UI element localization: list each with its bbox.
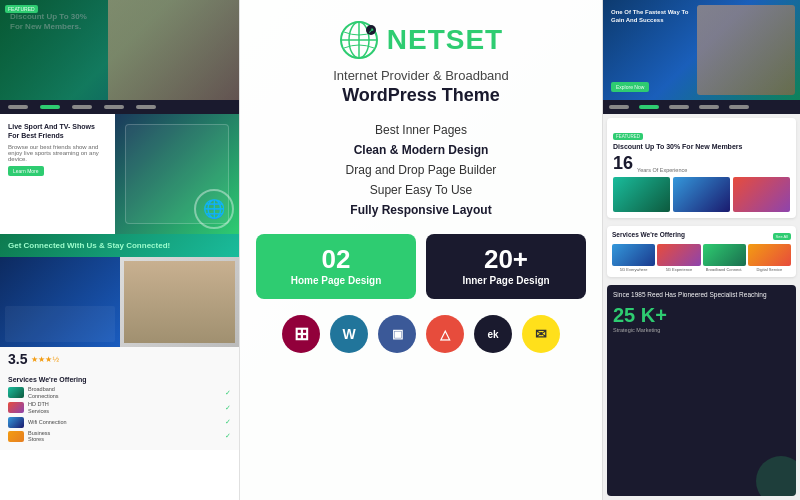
stat-label-inner: Inner Page Design <box>462 274 549 287</box>
left-hero-image: Discount Up To 30% For New Members. <box>0 0 239 100</box>
left-middle-section: FEATURED Live Sport And TV- Shows For Be… <box>0 114 239 234</box>
banner-highlight: Connected! <box>126 241 170 250</box>
left-nav-bar <box>0 100 239 114</box>
right-big-num: 16 <box>613 153 633 174</box>
left-card-text: FEATURED Live Sport And TV- Shows For Be… <box>0 114 115 234</box>
logo-area: ↗ NETSET <box>339 20 503 60</box>
right-svc-label-3: Broadband Connect. <box>706 267 743 272</box>
card-title: Live Sport And TV- Shows For Best Friend… <box>8 122 107 140</box>
nav-dot-4 <box>104 105 124 109</box>
left-image-boxes <box>0 257 239 347</box>
right-svc-item-2: 5G Experience <box>657 244 700 272</box>
right-nav-bar <box>603 100 800 114</box>
logo-part2: SET <box>446 24 503 55</box>
service-check-4: ✓ <box>225 432 231 440</box>
learn-more-button[interactable]: Learn More <box>8 166 44 176</box>
right-hero-btn[interactable]: Explore Now <box>611 82 649 92</box>
right-svc-item-4: Digital Service <box>748 244 791 272</box>
mini-img-2 <box>673 177 730 212</box>
banner-main-text: Get Connected With Us & Stay <box>8 241 124 250</box>
feature-2: Clean & Modern Design <box>256 140 586 160</box>
service-icon-3 <box>8 417 24 428</box>
service-check-2: ✓ <box>225 404 231 412</box>
right-hero-text: One Of The Fastest Way To Gain And Succe… <box>611 8 691 25</box>
left-panel: Discount Up To 30% For New Members. FEAT… <box>0 0 240 500</box>
right-img-row <box>613 177 790 212</box>
star-icons: ★★★½ <box>31 355 59 364</box>
service-check-3: ✓ <box>225 418 231 426</box>
right-discount-badge: FEATURED <box>613 133 643 140</box>
service-row-1: BroadbandConnections ✓ <box>8 386 231 399</box>
right-see-all-btn[interactable]: See All <box>773 233 791 240</box>
right-discount-card: FEATURED Discount Up To 30% For New Memb… <box>607 118 796 218</box>
logo-globe-icon: ↗ <box>339 20 379 60</box>
right-svc-img-3 <box>703 244 746 266</box>
right-big-label: Years Of Experience <box>637 167 687 174</box>
service-text-4: BusinessStores <box>28 430 50 443</box>
card-subtitle: Browse our best friends show and enjoy l… <box>8 144 107 162</box>
elementor-icon: ⊞ <box>282 315 320 353</box>
right-nav-dot-3 <box>669 105 689 109</box>
service-text-1: BroadbandConnections <box>28 386 59 399</box>
stat-num-inner: 20+ <box>484 246 528 272</box>
right-nav-dot-2 <box>639 105 659 109</box>
logo-text: NETSET <box>387 24 503 56</box>
service-icon-1 <box>8 387 24 398</box>
right-nav-dot-1 <box>609 105 629 109</box>
right-services-card: Services We're Offering See All 5G Every… <box>607 226 796 277</box>
stat-box-inner: 20+ Inner Page Design <box>426 234 586 299</box>
mailchimp-icon: ✉ <box>522 315 560 353</box>
service-row-3: Wifi Connection ✓ <box>8 417 231 428</box>
feature-5: Fully Responsive Layout <box>256 200 586 220</box>
right-svc-item-3: Broadband Connect. <box>703 244 746 272</box>
left-banner: Get Connected With Us & Stay Connected! <box>0 234 239 257</box>
feature-4: Super Easy To Use <box>256 180 586 200</box>
service-row-2: HD DTHServices ✓ <box>8 401 231 414</box>
nav-dot-2 <box>40 105 60 109</box>
right-services-grid: 5G Everywhere 5G Experience Broadband Co… <box>612 244 791 272</box>
right-svc-label-4: Digital Service <box>757 267 783 272</box>
green-circle-decor <box>756 456 796 496</box>
nav-dot-1 <box>8 105 28 109</box>
stat-box-home: 02 Home Page Design <box>256 234 416 299</box>
right-hero: One Of The Fastest Way To Gain And Succe… <box>603 0 800 100</box>
features-list: Best Inner Pages Clean & Modern Design D… <box>256 120 586 220</box>
right-svc-label-2: 5G Experience <box>666 267 692 272</box>
right-svc-item-1: 5G Everywhere <box>612 244 655 272</box>
right-svc-img-2 <box>657 244 700 266</box>
pioneer-num: 25 K+ <box>613 304 790 327</box>
right-services-title: Services We're Offering <box>612 231 685 238</box>
mini-img-3 <box>733 177 790 212</box>
stat-label-home: Home Page Design <box>291 274 382 287</box>
rating-row: 3.5 ★★★½ <box>0 347 239 371</box>
right-svc-img-1 <box>612 244 655 266</box>
svg-text:↗: ↗ <box>368 27 374 34</box>
service-text-3: Wifi Connection <box>28 419 67 426</box>
service-row-4: BusinessStores ✓ <box>8 430 231 443</box>
pioneer-sub: Strategic Marketing <box>613 327 790 333</box>
pioneer-card-title: Since 1985 Reed Has Pioneered Specialist… <box>613 291 790 299</box>
services-section: Services We're Offering BroadbandConnect… <box>0 371 239 450</box>
services-title: Services We're Offering <box>8 376 231 383</box>
mini-img-1 <box>613 177 670 212</box>
beaverbuilder-icon: ▣ <box>378 315 416 353</box>
avada-icon: △ <box>426 315 464 353</box>
right-svc-label-1: 5G Everywhere <box>620 267 648 272</box>
service-icon-4 <box>8 431 24 442</box>
tagline-top: Internet Provider & Broadband <box>333 68 509 83</box>
stats-row: 02 Home Page Design 20+ Inner Page Desig… <box>256 234 586 299</box>
center-panel: ↗ NETSET Internet Provider & Broadband W… <box>240 0 602 500</box>
feature-1: Best Inner Pages <box>256 120 586 140</box>
tech-icons-row: ⊞ W ▣ △ ek ✉ <box>256 315 586 353</box>
nav-dot-5 <box>136 105 156 109</box>
right-nav-dot-5 <box>729 105 749 109</box>
right-pioneer-card: Since 1985 Reed Has Pioneered Specialist… <box>607 285 796 496</box>
elementorkit-icon: ek <box>474 315 512 353</box>
nav-dot-3 <box>72 105 92 109</box>
logo-part1: NET <box>387 24 446 55</box>
feature-3: Drag and Drop Page Builder <box>256 160 586 180</box>
box-people <box>120 257 240 347</box>
right-panel: One Of The Fastest Way To Gain And Succe… <box>602 0 800 500</box>
service-text-2: HD DTHServices <box>28 401 49 414</box>
left-card-image: 🌐 <box>115 114 239 234</box>
